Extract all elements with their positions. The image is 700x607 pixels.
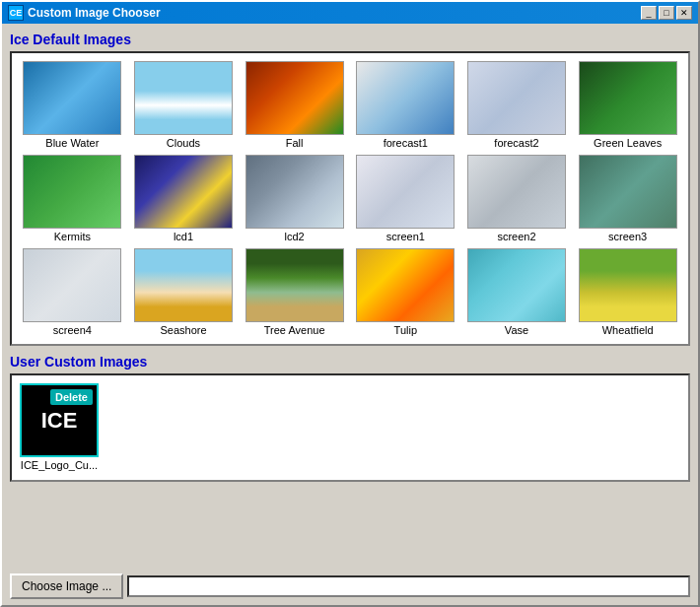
file-path-input[interactable] <box>127 575 690 597</box>
image-item-kermits[interactable]: Kermits <box>20 155 125 242</box>
image-item-clouds[interactable]: Clouds <box>131 61 237 149</box>
image-thumb-screen2 <box>467 155 566 229</box>
image-label-lcd2: lcd2 <box>285 231 305 242</box>
image-label-kermits: Kermits <box>54 231 91 242</box>
image-label-screen1: screen1 <box>386 231 425 242</box>
image-thumb-forecast2 <box>467 61 566 135</box>
image-item-lcd2[interactable]: lcd2 <box>242 155 347 242</box>
image-thumb-kermits <box>23 155 121 229</box>
image-thumb-tulip <box>356 248 455 322</box>
footer-bar: Choose Image ... <box>2 568 698 605</box>
image-thumb-screen1 <box>356 155 455 229</box>
delete-badge-ice-logo[interactable]: Delete <box>50 389 93 405</box>
image-thumb-lcd2 <box>245 155 344 229</box>
custom-images-box: ICEDeleteICE_Logo_Cu... <box>10 373 690 482</box>
image-thumb-wheatfield <box>579 248 677 322</box>
image-label-wheatfield: Wheatfield <box>602 324 654 336</box>
image-item-seashore[interactable]: Seashore <box>131 248 237 336</box>
image-item-blue-water[interactable]: Blue Water <box>20 61 125 149</box>
image-item-screen2[interactable]: screen2 <box>464 155 570 242</box>
window-icon-text: CE <box>10 8 23 18</box>
image-label-screen3: screen3 <box>608 231 647 242</box>
default-images-box: Blue WaterCloudsFallforecast1forecast2Gr… <box>10 51 690 346</box>
image-thumb-fall <box>245 61 344 135</box>
image-thumb-tree-avenue <box>245 248 344 322</box>
title-bar: CE Custom Image Chooser _ □ ✕ <box>2 2 698 24</box>
image-label-tree-avenue: Tree Avenue <box>264 324 325 336</box>
image-label-screen2: screen2 <box>497 231 535 242</box>
minimize-button[interactable]: _ <box>641 6 657 20</box>
image-label-forecast2: forecast2 <box>494 137 538 149</box>
window-icon: CE <box>8 5 24 21</box>
custom-thumb-ice-logo: ICEDelete <box>20 383 99 457</box>
image-label-blue-water: Blue Water <box>45 137 99 149</box>
image-item-screen1[interactable]: screen1 <box>353 155 458 242</box>
image-item-tree-avenue[interactable]: Tree Avenue <box>242 248 347 336</box>
image-label-fall: Fall <box>286 137 304 149</box>
image-label-forecast1: forecast1 <box>384 137 428 149</box>
title-bar-left: CE Custom Image Chooser <box>8 5 161 21</box>
custom-image-label-ice-logo: ICE_Logo_Cu... <box>21 459 98 471</box>
default-images-section: Ice Default Images Blue WaterCloudsFallf… <box>10 32 690 346</box>
image-item-green-leaves[interactable]: Green Leaves <box>575 61 680 149</box>
image-label-green-leaves: Green Leaves <box>594 137 662 149</box>
image-label-screen4: screen4 <box>53 324 92 336</box>
maximize-button[interactable]: □ <box>659 6 674 20</box>
image-thumb-screen3 <box>579 155 677 229</box>
image-item-screen3[interactable]: screen3 <box>575 155 680 242</box>
image-label-clouds: Clouds <box>167 137 200 149</box>
image-item-fall[interactable]: Fall <box>242 61 347 149</box>
image-thumb-blue-water <box>23 61 121 135</box>
main-window: CE Custom Image Chooser _ □ ✕ Ice Defaul… <box>0 0 700 607</box>
custom-images-section: User Custom Images ICEDeleteICE_Logo_Cu.… <box>10 354 690 482</box>
image-item-forecast2[interactable]: forecast2 <box>464 61 570 149</box>
image-label-vase: Vase <box>505 324 528 336</box>
default-section-title: Ice Default Images <box>10 32 690 47</box>
ice-logo-text: ICE <box>41 408 78 434</box>
custom-section-title: User Custom Images <box>10 354 690 370</box>
image-item-wheatfield[interactable]: Wheatfield <box>575 248 680 336</box>
window-title: Custom Image Chooser <box>28 6 161 20</box>
default-images-grid: Blue WaterCloudsFallforecast1forecast2Gr… <box>20 61 680 336</box>
content-area: Ice Default Images Blue WaterCloudsFallf… <box>2 24 698 568</box>
image-item-forecast1[interactable]: forecast1 <box>353 61 458 149</box>
image-thumb-green-leaves <box>579 61 677 135</box>
image-item-tulip[interactable]: Tulip <box>353 248 458 336</box>
image-item-screen4[interactable]: screen4 <box>20 248 125 336</box>
custom-image-item-ice-logo[interactable]: ICEDeleteICE_Logo_Cu... <box>20 383 99 471</box>
image-thumb-vase <box>467 248 566 322</box>
image-label-lcd1: lcd1 <box>174 231 193 242</box>
image-thumb-lcd1 <box>134 155 233 229</box>
image-label-tulip: Tulip <box>394 324 417 336</box>
custom-images-grid: ICEDeleteICE_Logo_Cu... <box>20 383 680 471</box>
title-controls: _ □ ✕ <box>641 6 692 20</box>
image-thumb-forecast1 <box>356 61 455 135</box>
image-thumb-seashore <box>134 248 233 322</box>
image-item-lcd1[interactable]: lcd1 <box>131 155 237 242</box>
image-thumb-screen4 <box>23 248 121 322</box>
close-button[interactable]: ✕ <box>676 6 692 20</box>
image-label-seashore: Seashore <box>160 324 206 336</box>
choose-image-button[interactable]: Choose Image ... <box>10 573 123 599</box>
image-item-vase[interactable]: Vase <box>464 248 570 336</box>
image-thumb-clouds <box>134 61 233 135</box>
